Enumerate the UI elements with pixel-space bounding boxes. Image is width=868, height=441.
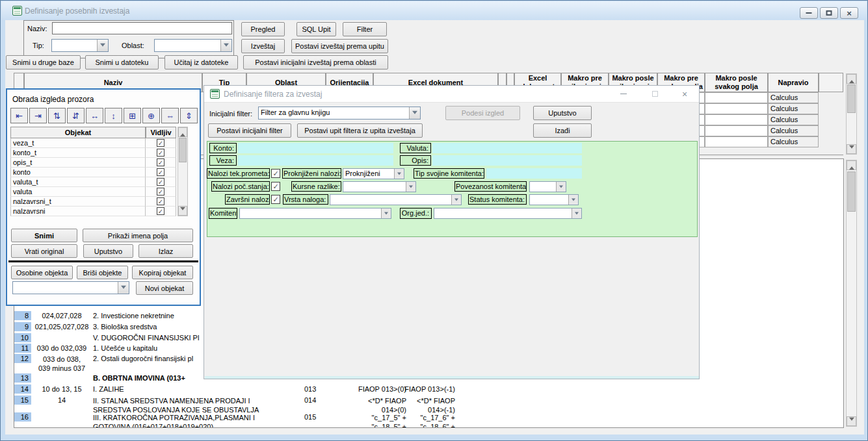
vidljiv-cell[interactable]: [146, 148, 176, 158]
osobine-objekta-button[interactable]: Osobine objekta: [11, 266, 73, 279]
minimize-button[interactable]: [612, 86, 635, 102]
object-row[interactable]: valuta: [10, 187, 146, 197]
column-header-makro-posle-svakog-polja[interactable]: Makro poslesvakog polja: [705, 73, 768, 92]
vidljiv-checkbox[interactable]: [157, 139, 164, 147]
objekat-column-header[interactable]: Objekat: [10, 127, 146, 138]
row-number[interactable]: 16: [14, 412, 31, 422]
vidljiv-cell[interactable]: [146, 168, 176, 177]
snimi-u-datoteku-button[interactable]: Snimi u datoteku: [85, 55, 159, 69]
row-number[interactable]: 12: [14, 354, 31, 364]
oblast-select[interactable]: [154, 39, 232, 52]
code-cell[interactable]: 014: [304, 396, 330, 404]
prikazi-imena-polja-button[interactable]: Prikaži imena polja: [83, 229, 193, 242]
chevron-down-icon[interactable]: [220, 40, 231, 51]
vidljiv-column-header[interactable]: Vidljiv: [146, 127, 176, 138]
vidljiv-checkbox[interactable]: [157, 207, 164, 215]
vidljiv-cell[interactable]: [146, 207, 176, 216]
uputstvo-button[interactable]: Uputstvo: [83, 244, 133, 258]
izvestaj-button[interactable]: Izveštaj: [241, 39, 285, 53]
object-row[interactable]: konto_t: [10, 148, 146, 158]
grid-cell[interactable]: [705, 92, 768, 103]
izlaz-button[interactable]: Izlaz: [138, 244, 193, 258]
grid-cell[interactable]: [705, 136, 768, 147]
scroll-down-icon[interactable]: [178, 206, 187, 216]
vidljiv-cell[interactable]: [146, 197, 176, 207]
vidljiv-checkbox[interactable]: [157, 158, 164, 166]
napravio-cell[interactable]: Calculus: [768, 103, 819, 114]
vidljiv-cell[interactable]: [146, 177, 176, 187]
center-horizontal-button[interactable]: ⊞: [124, 108, 141, 123]
align-tops-button[interactable]: ⇅: [48, 108, 66, 123]
snimi-u-druge-baze-button[interactable]: Snimi u druge baze: [6, 55, 81, 69]
proknjizeni-nalozi-select[interactable]: Proknjiženi: [343, 168, 404, 179]
object-row[interactable]: konto: [10, 168, 146, 177]
object-row[interactable]: veza_t: [10, 138, 146, 148]
veza-input[interactable]: [238, 155, 393, 166]
chevron-down-icon[interactable]: [409, 107, 420, 119]
formula-cell-2[interactable]: FIAOP 013>(-1): [398, 385, 455, 393]
column-header-napravio[interactable]: Napravio: [768, 73, 819, 92]
maximize-button[interactable]: [644, 86, 666, 102]
aop-cell[interactable]: 024,027,028: [31, 312, 92, 320]
aop-cell[interactable]: 021,025,027,028: [31, 323, 92, 331]
row-number[interactable]: 14: [14, 384, 31, 394]
chevron-down-icon[interactable]: [556, 182, 566, 192]
object-row[interactable]: opis_t: [10, 158, 146, 168]
row-number[interactable]: 13: [14, 373, 31, 383]
nalozi-tek-prometa-checkbox[interactable]: [271, 169, 280, 178]
top-grid-scrollbar[interactable]: [846, 73, 857, 155]
kopiraj-objekat-button[interactable]: Kopiraj objekat: [132, 266, 193, 279]
vrati-original-button[interactable]: Vrati original: [11, 244, 77, 258]
row-number[interactable]: 9: [14, 322, 31, 332]
vidljiv-checkbox[interactable]: [157, 197, 164, 205]
konto-input[interactable]: [238, 143, 393, 153]
inicijalni-filter-select[interactable]: Filter za glavnu knjigu: [258, 107, 421, 120]
vidljiv-checkbox[interactable]: [157, 168, 164, 176]
postavi-inicijalni-izvestaj-button[interactable]: Postavi inicijalni izveštaj prema oblast…: [243, 55, 388, 69]
napravio-cell[interactable]: Calculus: [768, 92, 819, 103]
object-row[interactable]: nalzavrsni: [10, 207, 146, 216]
chevron-down-icon[interactable]: [118, 282, 129, 294]
object-select[interactable]: [12, 281, 129, 294]
scroll-up-icon[interactable]: [847, 160, 856, 170]
same-width-button[interactable]: ↔: [86, 108, 103, 123]
vrsta-naloga-select[interactable]: [330, 194, 462, 205]
vidljiv-checkbox[interactable]: [157, 149, 164, 157]
naziv-input[interactable]: [52, 22, 232, 34]
povezanost-komitenta-select[interactable]: [529, 181, 566, 192]
scroll-up-icon[interactable]: [178, 127, 187, 137]
scrollbar-thumb[interactable]: [847, 84, 856, 113]
scrollbar-thumb[interactable]: [847, 171, 856, 212]
space-vertical-button[interactable]: ⇕: [180, 108, 198, 123]
object-list-scrollbar[interactable]: [178, 127, 188, 216]
row-number[interactable]: 11: [14, 344, 31, 353]
formula-cell-2[interactable]: <*D* FIAOP 014>(-1): [398, 396, 455, 414]
grid-cell[interactable]: [705, 125, 768, 136]
aop-cell[interactable]: 14: [31, 396, 92, 404]
chevron-down-icon[interactable]: [394, 169, 404, 179]
desc-cell[interactable]: III. KRATKOROČNA POTRAŽIVANJA,PLASMANI I…: [93, 413, 308, 428]
ucitaj-iz-datoteke-button[interactable]: Učitaj iz datoteke: [164, 55, 238, 69]
vidljiv-checkbox[interactable]: [157, 188, 164, 195]
same-height-button[interactable]: ↕: [105, 108, 122, 123]
izadji-button[interactable]: Izađi: [533, 123, 592, 138]
scroll-up-icon[interactable]: [847, 74, 856, 84]
vidljiv-cell[interactable]: [146, 187, 176, 197]
opis-input[interactable]: [432, 155, 582, 166]
podesi-izgled-button[interactable]: Podesi izgled: [445, 106, 520, 120]
align-bottoms-button[interactable]: ⇵: [67, 108, 85, 123]
vidljiv-checkbox[interactable]: [157, 178, 164, 186]
aop-cell[interactable]: 033 do 038, 039 minus 037: [31, 355, 92, 373]
scrollbar-thumb[interactable]: [179, 138, 187, 162]
row-number[interactable]: 10: [14, 333, 31, 343]
space-horizontal-button[interactable]: ⇔: [161, 108, 179, 123]
close-button[interactable]: ×: [674, 86, 696, 102]
code-cell[interactable]: 013: [304, 385, 330, 393]
tip-select[interactable]: [51, 39, 109, 52]
main-titlebar[interactable]: Definisanje posebnih izvestaja ×: [1, 1, 867, 20]
formula-cell-2[interactable]: "c_17_6" + "c_18_6" +: [398, 413, 455, 428]
napravio-cell[interactable]: Calculus: [768, 136, 819, 147]
chevron-down-icon[interactable]: [406, 182, 415, 192]
chevron-down-icon[interactable]: [97, 40, 108, 51]
postavi-inicijalni-filter-button[interactable]: Postavi inicijalni filter: [208, 123, 291, 138]
